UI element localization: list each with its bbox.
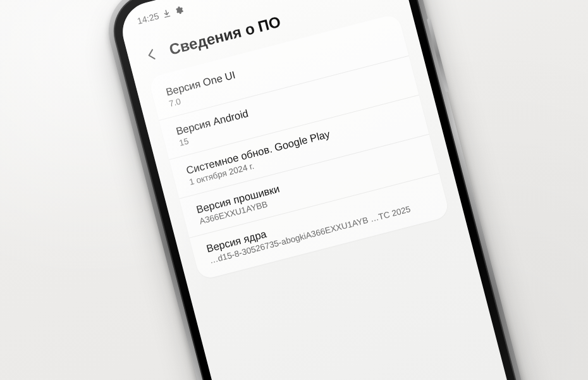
status-time: 14:25: [136, 11, 160, 26]
page-content: Сведения о ПО Версия One UI 7.0 Версия A…: [124, 0, 546, 380]
phone-frame: 14:25: [106, 0, 558, 380]
photo-scene: 14:25: [0, 0, 588, 380]
phone-screen: 14:25: [116, 0, 547, 380]
back-icon[interactable]: [144, 46, 161, 63]
download-icon: [162, 9, 171, 18]
gear-icon: [173, 4, 184, 15]
phone: 14:25: [30, 0, 558, 380]
power-button[interactable]: [427, 18, 450, 92]
